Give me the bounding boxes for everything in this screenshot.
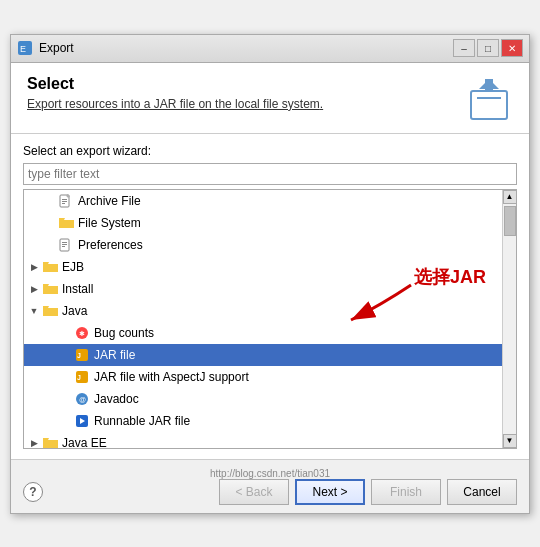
tree-item-javadoc[interactable]: @ Javadoc <box>24 388 502 410</box>
title-bar-left: E Export <box>17 40 74 56</box>
tree-item-filesystem[interactable]: File System <box>24 212 502 234</box>
tree-scroll-area: Archive File File System Prefe <box>24 190 502 448</box>
tree-item-bugcounts[interactable]: ✱ Bug counts <box>24 322 502 344</box>
svg-text:J: J <box>77 374 81 381</box>
window-title: Export <box>39 41 74 55</box>
filesystem-label: File System <box>78 216 141 230</box>
runnable-icon <box>74 413 90 429</box>
tree-item-jarfile[interactable]: J JAR file <box>24 344 502 366</box>
spacer8 <box>60 415 72 427</box>
svg-text:J: J <box>77 352 81 359</box>
spacer-arrow <box>44 195 56 207</box>
svg-rect-9 <box>62 203 65 204</box>
install-folder-icon <box>42 281 58 297</box>
bug-icon: ✱ <box>74 325 90 341</box>
header-desc-plain: Export resources into a JAR file <box>27 97 198 111</box>
spacer5 <box>60 349 72 361</box>
javaee-folder-icon <box>42 435 58 448</box>
ejb-arrow: ▶ <box>28 261 40 273</box>
title-buttons: – □ ✕ <box>453 39 523 57</box>
back-button[interactable]: < Back <box>219 479 289 505</box>
header-desc-underline: on the local file system <box>198 97 319 111</box>
ejb-label: EJB <box>62 260 84 274</box>
title-bar: E Export – □ ✕ <box>11 35 529 63</box>
content-area: Select an export wizard: Archive File <box>11 134 529 459</box>
svg-text:@: @ <box>79 396 86 403</box>
tree-item-java[interactable]: ▼ Java <box>24 300 502 322</box>
svg-text:✱: ✱ <box>79 330 85 337</box>
file-icon <box>58 193 74 209</box>
javaee-arrow: ▶ <box>28 437 40 448</box>
spacer4 <box>60 327 72 339</box>
footer: http://blog.csdn.net/tian031 ? < Back Ne… <box>11 459 529 513</box>
ejb-folder-icon <box>42 259 58 275</box>
header-description: Export resources into a JAR file on the … <box>27 97 323 111</box>
watermark: http://blog.csdn.net/tian031 <box>23 468 517 479</box>
tree-item-javaee[interactable]: ▶ Java EE <box>24 432 502 448</box>
tree-scrollbar[interactable]: ▲ ▼ <box>502 190 516 448</box>
jarfile-label: JAR file <box>94 348 135 362</box>
spacer-arrow3 <box>44 239 56 251</box>
header-title: Select <box>27 75 323 93</box>
install-arrow: ▶ <box>28 283 40 295</box>
tree-item-preferences[interactable]: Preferences <box>24 234 502 256</box>
minimize-button[interactable]: – <box>453 39 475 57</box>
svg-rect-2 <box>471 91 507 119</box>
svg-rect-8 <box>62 201 67 202</box>
export-dialog: E Export – □ ✕ Select Export resources i… <box>10 34 530 514</box>
install-label: Install <box>62 282 93 296</box>
next-button[interactable]: Next > <box>295 479 365 505</box>
maximize-button[interactable]: □ <box>477 39 499 57</box>
export-header-icon <box>465 75 513 123</box>
tree-item-ejb[interactable]: ▶ EJB <box>24 256 502 278</box>
javadoc-icon: @ <box>74 391 90 407</box>
header-text: Select Export resources into a JAR file … <box>27 75 323 111</box>
header-section: Select Export resources into a JAR file … <box>11 63 529 134</box>
jaraspect-icon: J <box>74 369 90 385</box>
bugcounts-label: Bug counts <box>94 326 154 340</box>
svg-rect-7 <box>62 199 67 200</box>
spacer7 <box>60 393 72 405</box>
jar-icon: J <box>74 347 90 363</box>
spacer6 <box>60 371 72 383</box>
svg-rect-12 <box>62 244 67 245</box>
spacer-arrow2 <box>44 217 56 229</box>
runnable-label: Runnable JAR file <box>94 414 190 428</box>
tree-item-jaraspect[interactable]: J JAR file with AspectJ support <box>24 366 502 388</box>
java-label: Java <box>62 304 87 318</box>
jaraspect-label: JAR file with AspectJ support <box>94 370 249 384</box>
java-folder-icon <box>42 303 58 319</box>
footer-buttons: ? < Back Next > Finish Cancel <box>23 479 517 505</box>
javaee-label: Java EE <box>62 436 107 448</box>
prefs-icon <box>58 237 74 253</box>
archive-label: Archive File <box>78 194 141 208</box>
svg-rect-3 <box>477 97 501 99</box>
svg-rect-5 <box>485 79 493 91</box>
finish-button[interactable]: Finish <box>371 479 441 505</box>
scroll-down[interactable]: ▼ <box>503 434 517 448</box>
svg-rect-11 <box>62 242 67 243</box>
tree-item-install[interactable]: ▶ Install <box>24 278 502 300</box>
svg-text:E: E <box>20 44 26 54</box>
export-title-icon: E <box>17 40 33 56</box>
filter-input[interactable] <box>23 163 517 185</box>
header-desc-end: . <box>320 97 323 111</box>
scroll-up[interactable]: ▲ <box>503 190 517 204</box>
close-button[interactable]: ✕ <box>501 39 523 57</box>
svg-rect-13 <box>62 246 65 247</box>
filter-label: Select an export wizard: <box>23 144 517 158</box>
javadoc-label: Javadoc <box>94 392 139 406</box>
java-arrow: ▼ <box>28 305 40 317</box>
cancel-button[interactable]: Cancel <box>447 479 517 505</box>
tree-item-runnable[interactable]: Runnable JAR file <box>24 410 502 432</box>
scroll-thumb[interactable] <box>504 206 516 236</box>
folder-icon <box>58 215 74 231</box>
tree-item-archive[interactable]: Archive File <box>24 190 502 212</box>
tree-container: Archive File File System Prefe <box>23 189 517 449</box>
preferences-label: Preferences <box>78 238 143 252</box>
help-button[interactable]: ? <box>23 482 43 502</box>
